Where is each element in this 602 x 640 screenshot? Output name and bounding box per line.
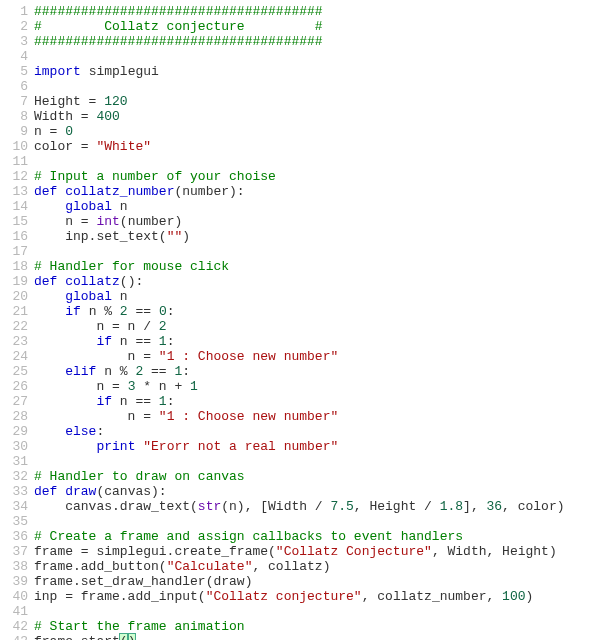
line-number: 34 (0, 499, 28, 514)
code-line[interactable]: frame.set_draw_handler(draw) (34, 574, 602, 589)
line-number: 27 (0, 394, 28, 409)
code-line[interactable]: import simplegui (34, 64, 602, 79)
code-line[interactable]: print "Erorr not a real number" (34, 439, 602, 454)
line-number: 16 (0, 229, 28, 244)
line-number: 40 (0, 589, 28, 604)
line-number: 17 (0, 244, 28, 259)
code-line[interactable]: n = 0 (34, 124, 602, 139)
code-line[interactable]: inp = frame.add_input("Collatz conjectur… (34, 589, 602, 604)
code-line[interactable]: # Input a number of your choise (34, 169, 602, 184)
line-number: 19 (0, 274, 28, 289)
line-number: 36 (0, 529, 28, 544)
line-number: 15 (0, 214, 28, 229)
line-number: 28 (0, 409, 28, 424)
code-line[interactable]: if n == 1: (34, 394, 602, 409)
code-line[interactable] (34, 604, 602, 619)
code-line[interactable]: # Create a frame and assign callbacks to… (34, 529, 602, 544)
code-line[interactable]: inp.set_text("") (34, 229, 602, 244)
line-number: 14 (0, 199, 28, 214)
line-number: 33 (0, 484, 28, 499)
line-number: 3 (0, 34, 28, 49)
line-number: 35 (0, 514, 28, 529)
line-number: 32 (0, 469, 28, 484)
code-line[interactable]: # Start the frame animation (34, 619, 602, 634)
line-number: 4 (0, 49, 28, 64)
line-number: 12 (0, 169, 28, 184)
code-line[interactable]: global n (34, 199, 602, 214)
code-line[interactable]: global n (34, 289, 602, 304)
code-line[interactable]: n = n / 2 (34, 319, 602, 334)
line-number: 41 (0, 604, 28, 619)
line-number: 20 (0, 289, 28, 304)
line-number: 18 (0, 259, 28, 274)
line-number: 38 (0, 559, 28, 574)
line-number: 1 (0, 4, 28, 19)
code-line[interactable]: def collatz(): (34, 274, 602, 289)
code-line[interactable]: canvas.draw_text(str(n), [Width / 7.5, H… (34, 499, 602, 514)
line-number: 9 (0, 124, 28, 139)
code-line[interactable]: n = "1 : Choose new number" (34, 349, 602, 364)
code-line[interactable]: Height = 120 (34, 94, 602, 109)
line-number: 42 (0, 619, 28, 634)
line-number: 22 (0, 319, 28, 334)
code-line[interactable] (34, 154, 602, 169)
line-number: 43 (0, 634, 28, 640)
line-number: 6 (0, 79, 28, 94)
code-line[interactable]: def collatz_number(number): (34, 184, 602, 199)
code-line[interactable]: Width = 400 (34, 109, 602, 124)
line-number: 29 (0, 424, 28, 439)
line-number: 21 (0, 304, 28, 319)
code-line[interactable]: n = int(number) (34, 214, 602, 229)
line-number: 8 (0, 109, 28, 124)
code-line[interactable]: n = "1 : Choose new number" (34, 409, 602, 424)
line-number: 26 (0, 379, 28, 394)
code-line[interactable]: ##################################### (34, 4, 602, 19)
line-number: 24 (0, 349, 28, 364)
code-line[interactable]: frame.add_button("Calculate", collatz) (34, 559, 602, 574)
line-number: 30 (0, 439, 28, 454)
code-line[interactable]: n = 3 * n + 1 (34, 379, 602, 394)
line-number: 5 (0, 64, 28, 79)
code-line[interactable]: if n % 2 == 0: (34, 304, 602, 319)
code-editor[interactable]: 1234567891011121314151617181920212223242… (0, 0, 602, 640)
code-line[interactable]: # Handler for mouse click (34, 259, 602, 274)
code-line[interactable]: frame = simplegui.create_frame("Collatz … (34, 544, 602, 559)
code-line[interactable] (34, 514, 602, 529)
code-line[interactable]: color = "White" (34, 139, 602, 154)
line-number: 23 (0, 334, 28, 349)
line-number: 2 (0, 19, 28, 34)
code-line[interactable]: frame.start() (34, 634, 602, 640)
code-area[interactable]: ###################################### C… (34, 4, 602, 640)
line-number: 13 (0, 184, 28, 199)
line-number-gutter: 1234567891011121314151617181920212223242… (0, 4, 34, 640)
code-line[interactable]: # Handler to draw on canvas (34, 469, 602, 484)
code-line[interactable]: if n == 1: (34, 334, 602, 349)
code-line[interactable]: elif n % 2 == 1: (34, 364, 602, 379)
line-number: 10 (0, 139, 28, 154)
line-number: 25 (0, 364, 28, 379)
line-number: 31 (0, 454, 28, 469)
line-number: 7 (0, 94, 28, 109)
code-line[interactable] (34, 454, 602, 469)
code-line[interactable]: # Collatz conjecture # (34, 19, 602, 34)
code-line[interactable] (34, 79, 602, 94)
code-line[interactable]: def draw(canvas): (34, 484, 602, 499)
code-line[interactable] (34, 49, 602, 64)
code-line[interactable] (34, 244, 602, 259)
code-line[interactable]: else: (34, 424, 602, 439)
code-line[interactable]: ##################################### (34, 34, 602, 49)
line-number: 37 (0, 544, 28, 559)
line-number: 11 (0, 154, 28, 169)
line-number: 39 (0, 574, 28, 589)
